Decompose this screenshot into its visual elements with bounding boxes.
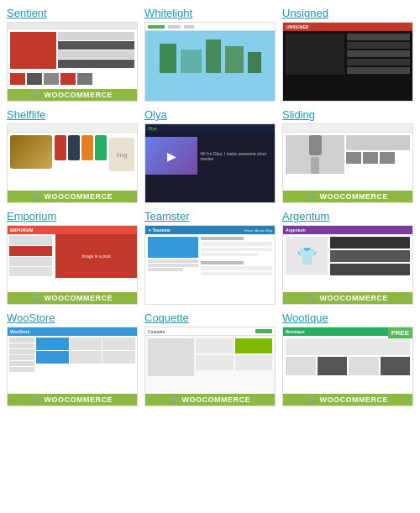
- theme-preview-coquette[interactable]: Coquette 🛒 WOOCOMMERCE: [144, 327, 276, 406]
- theme-preview-sliding[interactable]: 🛒 WOOCOMMERCE: [282, 123, 413, 203]
- theme-preview-wootique[interactable]: FREE Wootique 🛒 WOOCOMMERCE: [282, 327, 413, 406]
- theme-link-unsigned[interactable]: Unsigned: [282, 7, 413, 19]
- cart-icon: 🛒: [307, 192, 318, 201]
- theme-preview-woostore[interactable]: WooStore: [7, 327, 138, 406]
- woocommerce-badge-wootique: 🛒 WOOCOMMERCE: [283, 394, 412, 406]
- free-badge: FREE: [388, 327, 412, 338]
- theme-link-coquette[interactable]: Coquette: [144, 311, 276, 324]
- cart-icon: 🛒: [32, 192, 42, 201]
- theme-preview-shelflife[interactable]: img 🛒 WOOCOMMERCE: [7, 123, 138, 203]
- theme-link-wootique[interactable]: Wootique: [282, 311, 413, 324]
- cart-icon: 🛒: [32, 395, 42, 404]
- theme-item-whitelight: Whitelight: [144, 7, 276, 102]
- theme-link-sentient[interactable]: Sentient: [7, 7, 138, 19]
- cart-icon: 🛒: [32, 91, 42, 99]
- woocommerce-badge-emporium: 🛒 WOOCOMMERCE: [8, 292, 137, 304]
- theme-link-olya[interactable]: Olya: [144, 108, 276, 121]
- theme-item-sliding: Sliding 🛒 WOOCOMMERC: [282, 108, 413, 203]
- theme-link-sliding[interactable]: Sliding: [282, 108, 413, 121]
- theme-link-teamster[interactable]: Teamster: [144, 210, 276, 222]
- theme-preview-teamster[interactable]: ✦ Teamster Home About Blog: [144, 225, 276, 305]
- woocommerce-badge-woostore: 🛒 WOOCOMMERCE: [8, 394, 137, 406]
- theme-item-argentum: Argentum Argentum 👕 🛒 WOOCOMMERCE: [282, 210, 413, 305]
- woocommerce-badge-sentient: 🛒 WOOCOMMERCE: [8, 89, 137, 101]
- cart-icon: 🛒: [307, 294, 318, 302]
- theme-link-emporium[interactable]: Emporium: [7, 210, 138, 222]
- theme-preview-sentient[interactable]: 🛒 WOOCOMMERCE: [7, 22, 138, 102]
- theme-link-argentum[interactable]: Argentum: [282, 210, 413, 222]
- theme-link-whitelight[interactable]: Whitelight: [144, 7, 276, 19]
- cart-icon: 🛒: [32, 294, 42, 302]
- theme-item-coquette: Coquette Coquette 🛒 WOOCOMMERCE: [144, 311, 276, 406]
- play-icon: ▶: [167, 149, 176, 163]
- theme-preview-emporium[interactable]: EMPORIUM Image in a post 🛒 WOOCOMMERCE: [7, 225, 138, 305]
- theme-item-sentient: Sentient 🛒 WOOCOMMER: [7, 7, 138, 102]
- woocommerce-badge-argentum: 🛒 WOOCOMMERCE: [283, 292, 412, 304]
- shirt-icon: 👕: [297, 246, 318, 266]
- theme-item-unsigned: Unsigned UNSIGNED: [282, 7, 413, 102]
- theme-item-woostore: WooStore WooStore: [7, 311, 138, 406]
- theme-item-emporium: Emporium EMPORIUM Image in a post 🛒 WOOC…: [7, 210, 138, 305]
- theme-link-woostore[interactable]: WooStore: [7, 311, 138, 324]
- theme-item-wootique: Wootique FREE Wootique 🛒 W: [282, 311, 413, 406]
- theme-link-shelflife[interactable]: Shelflife: [7, 108, 138, 121]
- theme-preview-whitelight[interactable]: [144, 22, 276, 102]
- woocommerce-badge-shelflife: 🛒 WOOCOMMERCE: [8, 191, 137, 202]
- theme-item-shelflife: Shelflife img 🛒 WOOCOMMERCE: [7, 108, 138, 203]
- themes-grid: Sentient 🛒 WOOCOMMER: [7, 7, 413, 406]
- woocommerce-badge-coquette: 🛒 WOOCOMMERCE: [145, 394, 275, 406]
- theme-preview-unsigned[interactable]: UNSIGNED: [282, 22, 413, 102]
- cart-icon: 🛒: [170, 395, 180, 404]
- theme-preview-olya[interactable]: Olya ▶ Hi! I'm Olya. I make awesome shor…: [144, 123, 276, 203]
- woocommerce-badge-sliding: 🛒 WOOCOMMERCE: [283, 191, 412, 202]
- theme-preview-argentum[interactable]: Argentum 👕 🛒 WOOCOMMERCE: [282, 225, 413, 305]
- theme-item-olya: Olya Olya ▶ Hi! I'm Olya. I make awesome…: [144, 108, 276, 203]
- theme-item-teamster: Teamster ✦ Teamster Home About Blog: [144, 210, 276, 305]
- cart-icon: 🛒: [307, 395, 318, 404]
